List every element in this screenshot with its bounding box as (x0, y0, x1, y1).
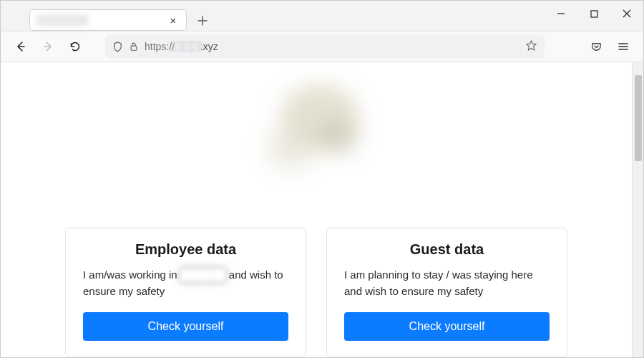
reload-icon (69, 40, 82, 53)
svg-rect-0 (591, 11, 597, 17)
shield-icon (112, 42, 123, 52)
card-title: Employee data (83, 241, 288, 258)
url-domain-blur: ███ (175, 41, 200, 52)
reload-button[interactable] (64, 35, 87, 58)
arrow-right-icon (42, 40, 54, 53)
url-text: https://███.xyz (145, 41, 519, 52)
url-protocol: https:// (145, 41, 175, 52)
cards-row: Employee data I am/was working in ██████… (1, 228, 632, 358)
new-tab-button[interactable] (192, 11, 213, 31)
forward-button[interactable] (36, 35, 59, 58)
card-description: I am/was working in ██████ and wish to e… (83, 266, 288, 300)
scrollbar-thumb[interactable] (635, 75, 642, 161)
url-tld: .xyz (200, 41, 218, 52)
minimize-icon (557, 9, 565, 18)
hero-image-blur (223, 62, 409, 198)
maximize-icon (590, 10, 598, 18)
pocket-button[interactable] (585, 35, 608, 58)
check-yourself-button[interactable]: Check yourself (83, 312, 288, 341)
arrow-left-icon (14, 40, 27, 53)
card-guest-data: Guest data I am planning to stay / was s… (326, 228, 567, 358)
svg-rect-1 (131, 46, 137, 50)
plus-icon (197, 16, 208, 26)
bookmark-button[interactable] (525, 39, 537, 54)
card-employee-data: Employee data I am/was working in ██████… (65, 228, 306, 358)
card-description: I am planning to stay / was staying here… (344, 266, 550, 300)
vertical-scrollbar[interactable] (632, 62, 643, 357)
browser-window: ████████ × (0, 0, 644, 358)
hamburger-icon (618, 41, 629, 52)
browser-toolbar: https://███.xyz (1, 31, 643, 62)
card-title: Guest data (344, 241, 550, 258)
address-bar[interactable]: https://███.xyz (105, 35, 545, 58)
window-controls (545, 1, 643, 26)
tab-strip: ████████ × (1, 1, 643, 31)
browser-tab[interactable]: ████████ × (29, 9, 187, 31)
check-yourself-button[interactable]: Check yourself (344, 312, 550, 341)
pocket-icon (590, 41, 602, 53)
maximize-button[interactable] (577, 1, 610, 26)
close-icon (623, 9, 631, 18)
close-icon[interactable]: × (167, 14, 179, 26)
star-icon (525, 39, 537, 52)
close-window-button[interactable] (610, 1, 643, 26)
minimize-button[interactable] (545, 1, 577, 26)
lock-icon (129, 42, 139, 52)
app-menu-button[interactable] (612, 35, 635, 58)
tab-title: ████████ (37, 15, 167, 25)
page-content: Employee data I am/was working in ██████… (1, 62, 632, 357)
back-button[interactable] (9, 35, 32, 58)
browser-viewport: Employee data I am/was working in ██████… (1, 62, 643, 357)
